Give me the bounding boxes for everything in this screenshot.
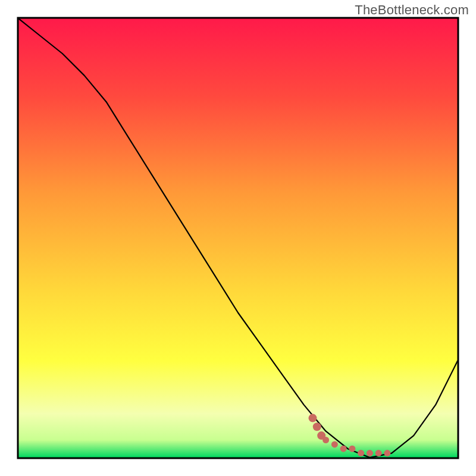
marker-dot xyxy=(340,446,347,452)
chart-container: TheBottleneck.com xyxy=(0,0,476,476)
marker-dot xyxy=(375,450,382,456)
marker-dot xyxy=(309,414,317,422)
marker-dot xyxy=(322,437,329,443)
plot-background xyxy=(18,18,458,458)
bottleneck-chart xyxy=(0,0,476,476)
watermark-text: TheBottleneck.com xyxy=(355,2,469,18)
marker-dot xyxy=(349,446,355,452)
marker-dot xyxy=(331,441,338,447)
marker-dot xyxy=(358,450,364,456)
marker-dot xyxy=(313,422,321,431)
marker-dot xyxy=(384,450,390,456)
marker-dot xyxy=(367,450,373,456)
